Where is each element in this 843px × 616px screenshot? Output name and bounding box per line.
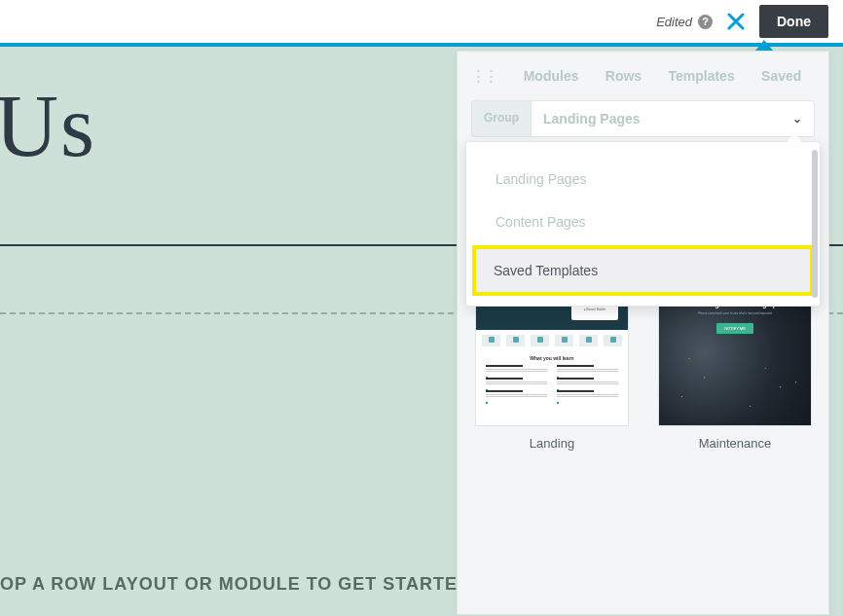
sparks-decoration-icon: [659, 330, 811, 425]
group-select[interactable]: Landing Pages ⌄: [531, 100, 815, 137]
feature-icon: [579, 335, 598, 346]
panel-pointer-icon: [755, 40, 773, 51]
edited-label: Edited: [656, 15, 692, 29]
feature-icon: [555, 335, 573, 346]
thumb-sub: What you will learn: [476, 351, 628, 365]
content-panel: ⋮⋮ Modules Rows Templates Saved Group La…: [457, 51, 829, 615]
scrollbar[interactable]: [812, 150, 818, 298]
done-button[interactable]: Done: [759, 5, 828, 38]
feature-icon: [531, 335, 549, 346]
tab-saved[interactable]: Saved: [753, 62, 809, 90]
tab-modules[interactable]: Modules: [516, 62, 587, 90]
chevron-down-icon: ⌄: [792, 112, 802, 126]
drop-hint-text: OP A ROW LAYOUT OR MODULE TO GET STARTED: [0, 574, 471, 595]
help-icon[interactable]: ?: [698, 15, 713, 29]
dropdown-option-content-pages[interactable]: Content Pages: [474, 202, 812, 241]
top-toolbar: Edited ? Done: [0, 0, 843, 43]
template-label: Maintenance: [699, 436, 771, 451]
dropdown-option-saved-templates[interactable]: Saved Templates: [472, 245, 814, 296]
group-badge: Group: [471, 100, 531, 137]
template-label: Landing: [530, 436, 574, 451]
thumb-maint-button: NOTIFY ME: [716, 323, 753, 334]
thumb-maint-sub: Please come back soon to see what's new …: [686, 311, 783, 315]
tab-rows[interactable]: Rows: [598, 62, 649, 90]
group-dropdown: Landing Pages Content Pages Saved Templa…: [465, 141, 821, 307]
drag-handle-icon[interactable]: ⋮⋮: [471, 67, 496, 85]
tab-templates[interactable]: Templates: [660, 62, 742, 90]
panel-tab-bar: ⋮⋮ Modules Rows Templates Saved: [458, 52, 828, 100]
group-selected-value: Landing Pages: [543, 111, 641, 127]
dropdown-option-landing-pages[interactable]: Landing Pages: [474, 160, 812, 199]
close-icon[interactable]: [726, 12, 746, 31]
feature-icon: [506, 335, 525, 346]
edited-indicator: Edited ?: [656, 15, 713, 29]
feature-icon: [604, 335, 622, 346]
feature-icon: [482, 335, 500, 346]
